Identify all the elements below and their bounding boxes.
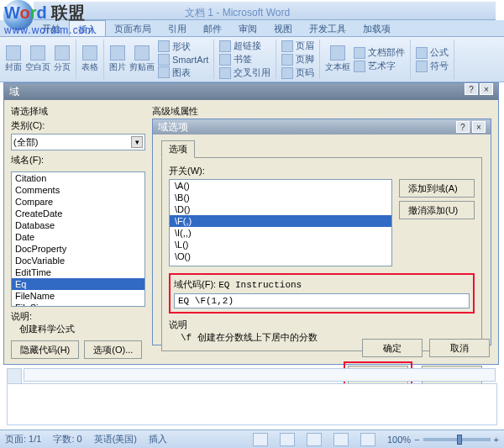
tab-options[interactable]: 选项 [161,140,195,158]
category-label: 类别(C): [11,119,145,132]
tab-view[interactable]: 视图 [265,20,301,36]
pagenum-button[interactable]: 页码 [281,66,314,79]
status-bar: 页面: 1/1 字数: 0 英语(美国) 插入 100% − + [0,430,504,448]
field-dialog: 域 ? × 请选择域 类别(C): (全部)▾ 域名(F): Citation … [3,82,499,365]
view-outline-button[interactable] [333,433,349,446]
zoom-out-button[interactable]: − [414,435,419,445]
symbol-button[interactable]: 符号 [416,60,449,72]
list-item[interactable]: \O() [170,250,391,262]
tab-review[interactable]: 审阅 [230,20,265,36]
footer-button[interactable]: 页脚 [281,53,314,66]
switch-desc-text: \f 创建在分数线上下居中的分数 [169,333,318,343]
desc-text: 创建科学公式 [11,324,75,334]
options-button[interactable]: 选项(O)... [84,340,142,359]
tab-addins[interactable]: 加载项 [354,20,399,36]
blank-page-button[interactable]: 空白页 [25,45,50,73]
document-area[interactable] [7,383,497,425]
list-item[interactable]: \A() [170,180,391,192]
header-button[interactable]: 页眉 [281,40,314,52]
list-item[interactable]: CreateDate [12,208,144,219]
status-words[interactable]: 字数: 0 [53,433,81,445]
textbox-button[interactable]: 文本框 [325,45,350,73]
zoom-in-button[interactable]: + [494,435,499,445]
ribbon: 封面 空白页 分页 表格 图片 剪贴画 形状 SmartArt 图表 超链接 书… [0,37,504,82]
chart-button[interactable]: 图表 [158,66,208,79]
list-item[interactable]: DocProperty [12,243,144,255]
horizontal-ruler [24,368,496,382]
desc-label: 说明: [11,311,32,321]
field-ok-button[interactable]: 确定 [362,339,423,357]
view-web-button[interactable] [307,433,322,446]
list-item[interactable]: \F(,) [170,215,391,227]
app-title: 文档 1 - Microsoft Word [185,6,290,20]
switch-desc-label: 说明 [169,319,187,329]
status-page[interactable]: 页面: 1/1 [5,433,41,445]
list-item[interactable]: FileSize [12,302,144,307]
list-item[interactable]: Citation [12,172,144,184]
hyperlink-button[interactable]: 超链接 [219,40,270,52]
smartart-button[interactable]: SmartArt [158,54,208,66]
list-item[interactable]: Database [12,219,144,231]
list-item[interactable]: Compare [12,196,144,208]
view-draft-button[interactable] [360,433,375,446]
tab-developer[interactable]: 开发工具 [301,20,354,36]
help-icon[interactable]: ? [456,121,470,133]
equation-button[interactable]: 公式 [416,46,449,59]
view-fullscreen-button[interactable] [280,433,295,446]
list-item[interactable]: \L() [170,239,391,250]
field-code-label: 域代码(F): [174,279,216,289]
tab-references[interactable]: 引用 [160,20,195,36]
tab-mailings[interactable]: 邮件 [195,20,230,36]
advanced-props-label: 高级域属性 [152,105,491,118]
zoom-slider[interactable] [423,438,491,441]
watermark-logo: Word 联盟 www.wordlm.com [4,2,94,36]
crossref-button[interactable]: 交叉引用 [219,66,270,79]
close-icon[interactable]: × [480,83,493,95]
shapes-button[interactable]: 形状 [158,40,208,53]
help-icon[interactable]: ? [465,83,478,95]
field-dialog-title: 域 [9,83,19,100]
list-item[interactable]: \I(,,) [170,227,391,239]
cover-page-button[interactable]: 封面 [5,45,22,73]
zoom-level[interactable]: 100% [387,435,411,445]
bookmark-button[interactable]: 书签 [219,53,270,66]
chevron-down-icon: ▾ [131,136,143,148]
clipart-button[interactable]: 剪贴画 [129,45,155,73]
tab-layout[interactable]: 页面布局 [106,20,160,36]
table-button[interactable]: 表格 [81,45,98,73]
category-select[interactable]: (全部)▾ [11,134,145,150]
list-item[interactable]: Eq [12,278,144,290]
select-field-label: 请选择域 [11,105,145,118]
list-item[interactable]: FileName [12,290,144,302]
close-icon[interactable]: × [472,121,486,133]
add-to-field-button[interactable]: 添加到域(A) [399,179,475,198]
switch-listbox[interactable]: \A() \B() \D() \F(,) \I(,,) \L() \O() [169,179,392,266]
picture-button[interactable]: 图片 [109,45,126,73]
field-options-dialog: 域选项 ? × 选项 开关(W): \A() \B() [152,119,491,345]
field-code-input[interactable]: EQ \F(1,2) [174,293,470,308]
hide-codes-button[interactable]: 隐藏代码(H) [11,340,79,359]
view-printlayout-button[interactable] [253,433,268,446]
status-mode[interactable]: 插入 [149,433,167,445]
fieldname-label: 域名(F): [11,154,145,166]
list-item[interactable]: DocVariable [12,255,144,266]
field-cancel-button[interactable]: 取消 [429,339,490,357]
list-item[interactable]: \D() [170,203,391,215]
list-item[interactable]: \B() [170,192,391,203]
field-options-title: 域选项 [158,119,188,134]
field-code-hint: EQ Instructions [218,280,302,290]
page-break-button[interactable]: 分页 [54,45,71,73]
list-item[interactable]: Date [12,231,144,243]
wordart-button[interactable]: 艺术字 [354,60,405,72]
status-language[interactable]: 英语(美国) [94,433,137,445]
list-item[interactable]: EditTime [12,266,144,278]
field-listbox[interactable]: Citation Comments Compare CreateDate Dat… [11,171,145,307]
list-item[interactable]: Comments [12,184,144,196]
switch-label: 开关(W): [169,165,475,177]
quickparts-button[interactable]: 文档部件 [354,46,405,59]
undo-add-button[interactable]: 撤消添加(U) [399,201,475,219]
